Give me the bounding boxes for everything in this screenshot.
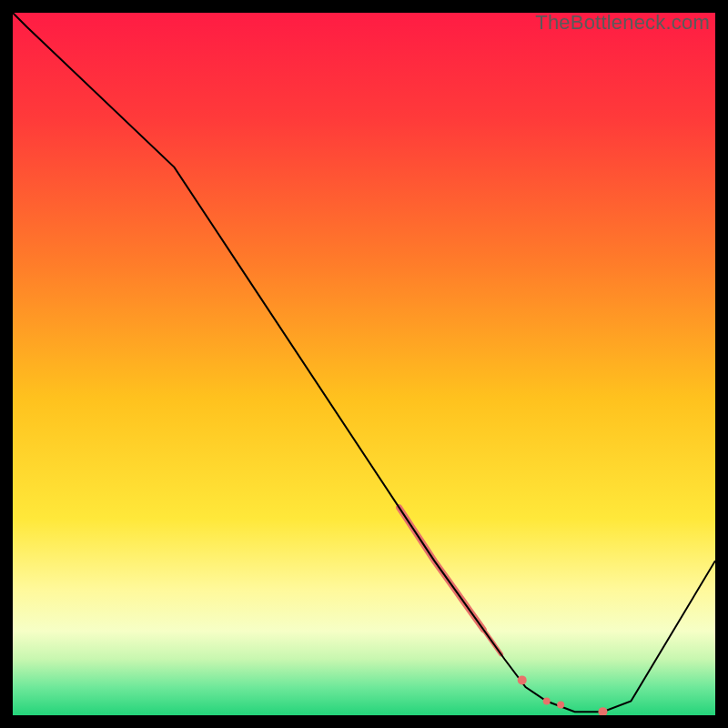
highlight-point	[557, 701, 564, 708]
chart-frame: TheBottleneck.com	[13, 13, 715, 715]
chart-background	[13, 13, 715, 715]
highlight-point	[518, 675, 527, 684]
bottleneck-curve-chart	[13, 13, 715, 715]
watermark-text: TheBottleneck.com	[535, 11, 710, 35]
highlight-point	[543, 698, 551, 705]
